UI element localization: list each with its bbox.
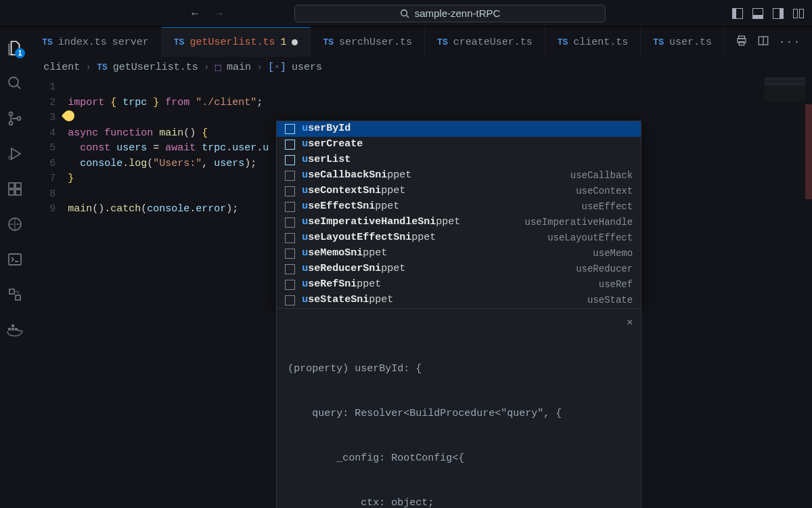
source-control-icon[interactable]	[6, 110, 24, 127]
remote-icon[interactable]	[6, 286, 24, 303]
ts-icon: TS	[437, 37, 448, 47]
suggestion-label: userList	[302, 152, 351, 168]
suggestion-label: useLayoutEffectSnippet	[302, 230, 436, 246]
symbol-variable-icon: [◦]	[268, 62, 286, 73]
chevron-right-icon: ›	[256, 62, 263, 73]
search-icon	[400, 9, 409, 18]
tab[interactable]: TSclient.ts	[545, 27, 641, 57]
workbench: 1 TSindex.ts serverTSgetUserlist.ts 1 TS…	[0, 27, 812, 508]
suggestion-label: useMemoSnippet	[302, 246, 387, 261]
print-icon[interactable]	[736, 35, 748, 50]
layout-primary-icon[interactable]	[732, 8, 743, 19]
svg-rect-16	[16, 295, 20, 300]
suggestion-label: useContextSnippet	[302, 184, 405, 199]
svg-rect-18	[12, 328, 14, 331]
suggestion-item[interactable]: useReducerSnippetuseReducer	[277, 261, 641, 277]
more-actions-icon[interactable]: ···	[779, 37, 801, 48]
suggestion-item[interactable]: userCreate	[277, 137, 641, 152]
layout-panel-icon[interactable]	[752, 8, 763, 19]
method-icon	[285, 140, 295, 150]
github-icon[interactable]	[6, 215, 24, 233]
tab-filename: createUser.ts	[453, 37, 533, 48]
tab-filename: index.ts	[58, 37, 107, 48]
line-number: 9	[30, 202, 55, 217]
suggestion-item[interactable]: useImperativeHandleSnippetuseImperativeH…	[277, 215, 641, 230]
code-editor[interactable]: 123456789 import { trpc } from "./client…	[30, 77, 812, 508]
svg-rect-11	[9, 190, 14, 195]
snippet-icon	[285, 217, 295, 228]
chevron-right-icon: ›	[85, 62, 91, 73]
docker-icon[interactable]	[6, 321, 24, 339]
nav-forward[interactable]: →	[214, 7, 225, 20]
doc-line: ctx: object;	[288, 496, 630, 508]
breadcrumb-item[interactable]: client	[43, 62, 80, 73]
snippet-icon	[285, 280, 295, 290]
suggestion-item[interactable]: userList	[277, 152, 641, 168]
svg-rect-10	[16, 183, 21, 188]
ts-icon: TS	[97, 62, 108, 72]
suggestion-desc: useReducer	[576, 261, 633, 277]
suggestion-item[interactable]: useContextSnippetuseContext	[277, 184, 641, 199]
suggestion-desc: useRef	[599, 277, 633, 293]
code-lines[interactable]: import { trpc } from "./client"; async f…	[68, 80, 812, 508]
snippet-icon	[285, 233, 295, 243]
extensions-icon[interactable]	[6, 180, 24, 198]
suggestion-item[interactable]: useRefSnippetuseRef	[277, 277, 641, 293]
split-editor-icon[interactable]	[757, 35, 769, 50]
svg-rect-17	[8, 328, 11, 331]
command-center-label: sample-zenn-tRPC	[415, 7, 501, 19]
close-icon[interactable]: ✕	[627, 316, 633, 331]
breadcrumbs[interactable]: client › TS getUserlist.ts › ⬚ main › [◦…	[30, 57, 812, 77]
svg-rect-9	[9, 183, 14, 188]
suggestion-widget[interactable]: userByIduserCreateuserListuseCallbackSni…	[276, 121, 641, 309]
line-number: 5	[30, 141, 55, 156]
tab-detail: 1	[280, 37, 286, 48]
tab[interactable]: TSserchUser.ts	[311, 27, 425, 57]
snippet-icon	[285, 171, 295, 181]
run-debug-icon[interactable]	[6, 145, 24, 163]
editor-actions: ···	[725, 27, 812, 57]
terminal-icon[interactable]	[6, 251, 24, 268]
search-activity-icon[interactable]	[6, 75, 24, 92]
suggestion-item[interactable]: useCallbackSnippetuseCallback	[277, 168, 641, 184]
title-actions	[669, 8, 804, 19]
nav-back[interactable]: ←	[189, 7, 200, 20]
explorer-icon[interactable]: 1	[6, 39, 24, 57]
ts-icon: TS	[42, 37, 53, 47]
layout-secondary-icon[interactable]	[773, 8, 784, 19]
tab[interactable]: TScreateUser.ts	[425, 27, 545, 57]
svg-rect-14	[9, 254, 21, 265]
suggestion-item[interactable]: useStateSnippetuseState	[277, 293, 641, 308]
line-number: 6	[30, 156, 55, 172]
tab[interactable]: TSuser.ts	[641, 27, 725, 57]
suggestion-item[interactable]: useMemoSnippetuseMemo	[277, 246, 641, 261]
suggestion-item[interactable]: userById	[277, 121, 641, 137]
chevron-right-icon: ›	[204, 62, 210, 73]
suggestion-desc: useLayoutEffect	[547, 230, 633, 246]
breadcrumb-item[interactable]: main	[227, 62, 251, 73]
tab-filename: client.ts	[573, 37, 628, 48]
breadcrumb-item[interactable]: users	[292, 62, 322, 73]
suggestion-item[interactable]: useEffectSnippetuseEffect	[277, 199, 641, 215]
doc-line: (property) userById: {	[288, 362, 630, 377]
symbol-cube-icon: ⬚	[215, 61, 221, 74]
tab-filename: serchUser.ts	[339, 37, 412, 48]
suggestion-item[interactable]: useLayoutEffectSnippetuseLayoutEffect	[277, 230, 641, 246]
svg-rect-23	[739, 41, 744, 45]
layout-customize-icon[interactable]	[793, 9, 804, 18]
explorer-badge: 1	[15, 48, 25, 58]
line-number: 8	[30, 187, 55, 203]
nav-controls: ← →	[8, 7, 231, 20]
breadcrumb-item[interactable]: getUserlist.ts	[113, 62, 198, 73]
method-icon	[285, 155, 295, 165]
line-numbers: 123456789	[30, 80, 68, 508]
method-icon	[285, 124, 295, 134]
line-number: 4	[30, 126, 55, 142]
tab[interactable]: TSgetUserlist.ts 1	[162, 27, 311, 57]
suggestion-desc: useImperativeHandle	[525, 215, 633, 230]
command-center[interactable]: sample-zenn-tRPC	[294, 5, 606, 22]
ts-icon: TS	[323, 37, 334, 47]
suggestion-desc: useMemo	[593, 246, 633, 261]
tab[interactable]: TSindex.ts server	[30, 27, 162, 57]
editor-group: TSindex.ts serverTSgetUserlist.ts 1 TSse…	[30, 27, 812, 508]
